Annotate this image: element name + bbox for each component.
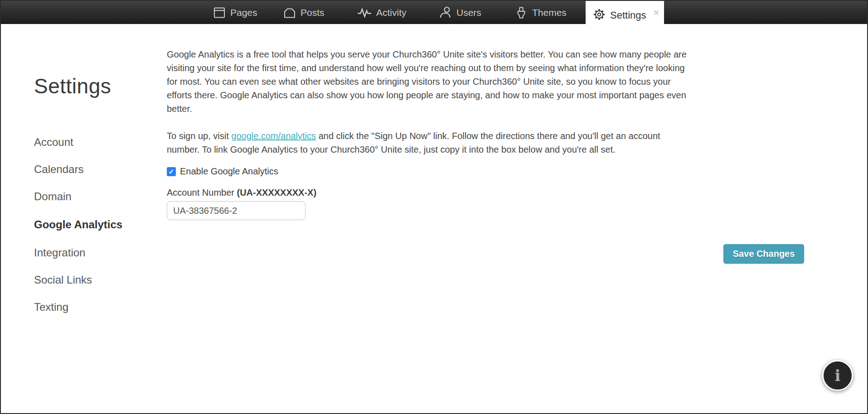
sidebar-item-domain[interactable]: Domain [34, 191, 129, 202]
checkmark-icon: ✓ [169, 168, 175, 175]
google-analytics-panel: Google Analytics is a free tool that hel… [167, 24, 693, 220]
analytics-description: Google Analytics is a free tool that hel… [167, 48, 693, 116]
sidebar-item-account[interactable]: Account [34, 136, 129, 148]
pages-icon [213, 6, 226, 19]
posts-icon [283, 6, 296, 19]
enable-google-analytics-checkbox[interactable]: ✓ [167, 167, 176, 176]
settings-sidebar: Settings Account Calendars Domain Google… [34, 24, 143, 328]
sidebar-item-texting[interactable]: Texting [34, 301, 129, 313]
nav-item-label: Activity [376, 7, 407, 18]
save-changes-button[interactable]: Save Changes [723, 244, 804, 264]
nav-item-label: Posts [301, 7, 325, 18]
help-info-button[interactable]: i [822, 360, 853, 391]
settings-nav-list: Account Calendars Domain Google Analytic… [34, 136, 143, 313]
enable-google-analytics-label: Enable Google Analytics [180, 166, 278, 177]
sidebar-item-integration[interactable]: Integration [34, 247, 129, 259]
nav-item-pages[interactable]: Pages [213, 1, 257, 24]
app-window: Pages Posts Activity [0, 0, 868, 414]
enable-analytics-row: ✓ Enable Google Analytics [167, 166, 693, 177]
nav-item-label: Users [456, 7, 481, 18]
nav-item-activity[interactable]: Activity [357, 1, 407, 24]
google-analytics-link[interactable]: google.com/analytics [231, 131, 316, 141]
users-icon [439, 6, 452, 19]
nav-item-posts[interactable]: Posts [283, 1, 325, 24]
tab-settings-label: Settings [610, 10, 646, 21]
account-number-format: (UA-XXXXXXXX-X) [237, 188, 317, 197]
sidebar-item-calendars[interactable]: Calendars [34, 164, 129, 175]
nav-item-label: Themes [532, 7, 567, 18]
nav-item-themes[interactable]: Themes [515, 1, 567, 24]
account-number-input[interactable] [167, 201, 305, 220]
activity-icon [357, 7, 372, 19]
account-number-label: Account Number (UA-XXXXXXXX-X) [167, 188, 693, 198]
nav-item-label: Pages [230, 7, 257, 18]
signup-instructions: To sign up, visit google.com/analytics a… [167, 129, 693, 156]
top-navbar: Pages Posts Activity [1, 1, 867, 24]
sidebar-item-google-analytics[interactable]: Google Analytics [34, 218, 129, 231]
page-title: Settings [34, 74, 143, 98]
close-icon[interactable]: × [653, 7, 659, 18]
nav-item-users[interactable]: Users [439, 1, 481, 24]
gear-icon [593, 8, 606, 23]
sidebar-item-social-links[interactable]: Social Links [34, 274, 129, 286]
themes-icon [515, 6, 528, 19]
info-icon: i [835, 368, 841, 383]
